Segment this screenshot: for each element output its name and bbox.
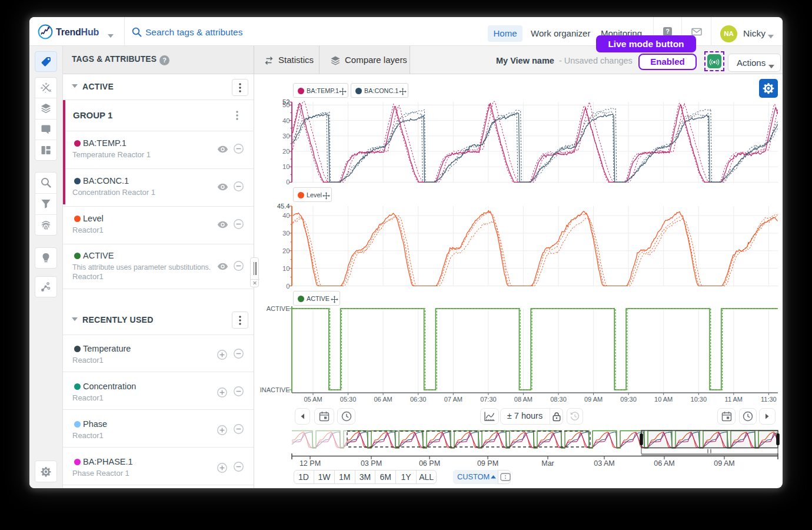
svg-text:08 AM: 08 AM [514, 396, 533, 403]
svg-text:INACTIVE: INACTIVE [260, 386, 290, 393]
svg-text:11 AM: 11 AM [725, 396, 743, 403]
svg-text:20: 20 [282, 247, 289, 254]
svg-text:45.4: 45.4 [277, 203, 290, 210]
svg-text:30: 30 [282, 132, 289, 140]
svg-text:05:30: 05:30 [340, 396, 357, 403]
svg-text:0: 0 [286, 178, 289, 186]
svg-text:-: - [45, 90, 46, 94]
svg-text:06 AM: 06 AM [654, 459, 674, 468]
svg-text:09 AM: 09 AM [714, 459, 734, 468]
svg-text:06 PM: 06 PM [419, 459, 440, 468]
svg-text:+: + [41, 86, 43, 90]
svg-text:09:30: 09:30 [620, 396, 637, 403]
svg-text:20: 20 [282, 148, 289, 155]
svg-text:0: 0 [286, 283, 289, 290]
svg-text:07:30: 07:30 [480, 396, 497, 403]
svg-text:12 PM: 12 PM [299, 459, 321, 468]
svg-text:08:30: 08:30 [550, 396, 567, 403]
svg-text:10: 10 [282, 265, 289, 272]
svg-text:+: + [45, 82, 47, 86]
svg-text:Mar: Mar [541, 459, 554, 468]
svg-text:06:30: 06:30 [410, 396, 427, 403]
svg-text:07 AM: 07 AM [444, 396, 462, 403]
svg-text:09 AM: 09 AM [584, 396, 603, 403]
svg-text:03 PM: 03 PM [361, 459, 382, 468]
svg-text:05 AM: 05 AM [304, 396, 322, 403]
svg-text:10:30: 10:30 [691, 396, 707, 403]
svg-text:ACTIVE: ACTIVE [267, 305, 290, 312]
svg-text:03 AM: 03 AM [594, 459, 614, 468]
svg-text:10: 10 [282, 163, 289, 170]
svg-text:x: x [49, 88, 51, 92]
svg-text:40: 40 [282, 212, 289, 219]
svg-text:52: 52 [282, 98, 289, 105]
svg-text:09 PM: 09 PM [477, 459, 498, 468]
svg-text:10 AM: 10 AM [654, 396, 673, 403]
svg-text:30: 30 [282, 230, 289, 237]
svg-text:?: ? [162, 57, 167, 64]
svg-text:11:30: 11:30 [761, 396, 777, 403]
svg-text:40: 40 [282, 117, 289, 124]
svg-text:06 AM: 06 AM [374, 396, 392, 403]
